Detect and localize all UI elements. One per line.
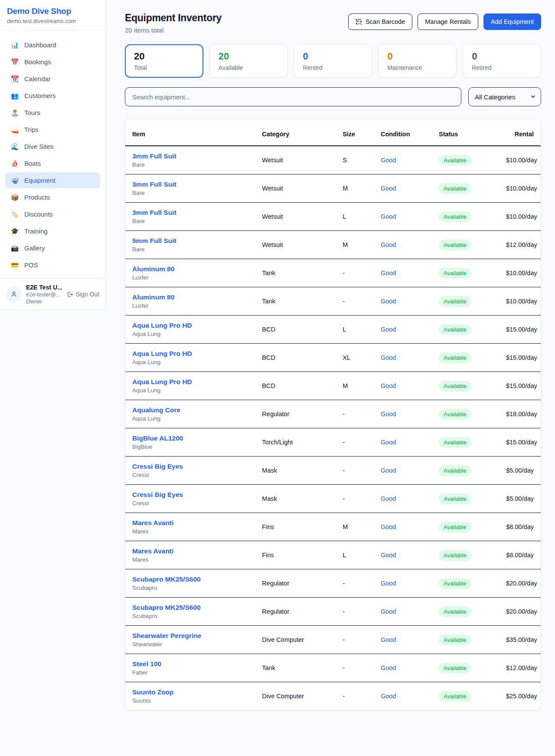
sidebar-item-customers[interactable]: 👥Customers	[5, 88, 100, 104]
item-link[interactable]: Shearwater Peregrine	[132, 632, 201, 640]
sidebar-item-dashboard[interactable]: 📊Dashboard	[5, 37, 100, 53]
sidebar-item-boats[interactable]: ⛵Boats	[5, 155, 100, 171]
item-link[interactable]: Cressi Big Eyes	[132, 463, 183, 470]
cell-status: Available	[432, 485, 499, 513]
item-link[interactable]: Aqua Lung Pro HD	[132, 322, 192, 329]
sign-out-label: Sign Out	[76, 291, 99, 298]
cell-item: 3mm Full SuitBare	[125, 174, 255, 203]
item-link[interactable]: 3mm Full Suit	[132, 209, 176, 217]
condition-link[interactable]: Good	[381, 354, 396, 361]
cell-condition: Good	[374, 654, 432, 682]
item-link[interactable]: Suunto Zoop	[132, 688, 174, 696]
sidebar-item-tours[interactable]: 🏝️Tours	[5, 105, 100, 121]
table-row: Cressi Big EyesCressiMask-GoodAvailable$…	[125, 485, 541, 513]
cell-item: Shearwater PeregrineShearwater	[125, 626, 255, 654]
item-link[interactable]: Aqualung Core	[132, 406, 180, 414]
condition-link[interactable]: Good	[381, 608, 396, 615]
cell-item: 3mm Full SuitBare	[125, 146, 255, 174]
cell-condition: Good	[374, 344, 432, 372]
category-select[interactable]: All Categories	[468, 87, 541, 106]
item-link[interactable]: Steel 100	[132, 660, 161, 668]
stat-card-maintenance[interactable]: 0Maintenance	[378, 44, 457, 78]
cell-size: -	[336, 598, 374, 626]
item-link[interactable]: Mares Avanti	[132, 519, 173, 527]
condition-link[interactable]: Good	[381, 298, 396, 305]
cell-item: Aluminum 80Luxfer	[125, 259, 255, 287]
cell-item: Aluminum 80Luxfer	[125, 287, 255, 316]
sidebar-item-calendar[interactable]: 📆Calendar	[5, 71, 100, 87]
sidebar-item-dive-sites[interactable]: 🌊Dive Sites	[5, 138, 100, 154]
sidebar-item-bookings[interactable]: 📅Bookings	[5, 54, 100, 70]
condition-link[interactable]: Good	[381, 552, 396, 559]
sidebar-item-label: Dashboard	[24, 41, 56, 49]
condition-link[interactable]: Good	[381, 185, 396, 192]
condition-link[interactable]: Good	[381, 213, 396, 220]
manage-rentals-button[interactable]: Manage Rentals	[418, 13, 478, 30]
cell-item: Mares AvantiMares	[125, 541, 255, 569]
item-link[interactable]: 5mm Full Suit	[132, 237, 176, 245]
item-link[interactable]: Mares Avanti	[132, 547, 173, 555]
scan-barcode-button[interactable]: Scan Barcode	[348, 13, 412, 30]
items-count: 20 items total	[125, 26, 222, 34]
sidebar-item-products[interactable]: 📦Products	[5, 189, 100, 205]
condition-link[interactable]: Good	[381, 580, 396, 587]
item-link[interactable]: Aqua Lung Pro HD	[132, 350, 192, 358]
cell-category: Tank	[255, 654, 336, 682]
cell-rental: $8.00/day	[499, 513, 541, 541]
item-link[interactable]: Aluminum 80	[132, 265, 174, 273]
item-link[interactable]: 3mm Full Suit	[132, 181, 176, 188]
add-equipment-button[interactable]: Add Equipment	[483, 13, 541, 30]
item-link[interactable]: 3mm Full Suit	[132, 152, 176, 160]
sidebar-item-trips[interactable]: 🚤Trips	[5, 122, 100, 138]
brand-name[interactable]: Demo Dive Shop	[7, 7, 98, 16]
status-badge: Available	[439, 578, 471, 589]
table-row: Cressi Big EyesCressiMask-GoodAvailable$…	[125, 457, 541, 485]
item-link[interactable]: Cressi Big Eyes	[132, 491, 183, 499]
cell-rental: $35.00/day	[499, 626, 541, 654]
item-link[interactable]: Aluminum 80	[132, 293, 174, 301]
condition-link[interactable]: Good	[381, 664, 396, 671]
cell-category: Mask	[255, 457, 336, 485]
item-link[interactable]: BigBlue AL1200	[132, 434, 183, 442]
stat-card-available[interactable]: 20Available	[209, 44, 288, 78]
sidebar-item-discounts[interactable]: 🏷️Discounts	[5, 206, 100, 222]
cell-status: Available	[432, 146, 499, 174]
cell-status: Available	[432, 598, 499, 626]
search-input[interactable]	[125, 87, 461, 106]
sidebar-item-gallery[interactable]: 📸Gallery	[5, 240, 100, 256]
condition-link[interactable]: Good	[381, 693, 396, 700]
condition-link[interactable]: Good	[381, 411, 396, 417]
item-link[interactable]: Scubapro MK25/S600	[132, 575, 201, 583]
stat-card-rented[interactable]: 0Rented	[294, 44, 372, 78]
condition-link[interactable]: Good	[381, 523, 396, 530]
condition-link[interactable]: Good	[381, 636, 396, 643]
condition-link[interactable]: Good	[381, 382, 396, 389]
sign-out-button[interactable]: Sign Out	[67, 291, 99, 298]
condition-link[interactable]: Good	[381, 495, 396, 502]
stat-label: Maintenance	[387, 64, 447, 71]
cell-rental: $12.00/day	[499, 654, 541, 682]
stat-card-total[interactable]: 20Total	[125, 44, 203, 78]
sidebar-item-equipment[interactable]: 🤿Equipment	[5, 172, 100, 188]
sidebar-item-training[interactable]: 🎓Training	[5, 223, 100, 239]
condition-link[interactable]: Good	[381, 241, 396, 248]
table-row: Scubapro MK25/S600ScubaproRegulator-Good…	[125, 569, 541, 598]
item-link[interactable]: Scubapro MK25/S600	[132, 604, 201, 611]
cell-status: Available	[432, 287, 499, 316]
condition-link[interactable]: Good	[381, 326, 396, 333]
sidebar-item-label: Calendar	[24, 75, 51, 82]
cell-item: Mares AvantiMares	[125, 513, 255, 541]
table-row: Mares AvantiMaresFinsMGoodAvailable$8.00…	[125, 513, 541, 541]
item-link[interactable]: Aqua Lung Pro HD	[132, 378, 192, 386]
stat-card-retired[interactable]: 0Retired	[463, 44, 541, 78]
cell-category: Torch/Light	[255, 428, 336, 457]
condition-link[interactable]: Good	[381, 439, 396, 446]
condition-link[interactable]: Good	[381, 157, 396, 164]
condition-link[interactable]: Good	[381, 467, 396, 474]
cell-category: Tank	[255, 287, 336, 316]
table-row: Mares AvantiMaresFinsLGoodAvailable$8.00…	[125, 541, 541, 569]
sidebar-item-pos[interactable]: 💳POS	[5, 257, 100, 273]
cell-size: S	[336, 146, 374, 174]
condition-link[interactable]: Good	[381, 270, 396, 276]
sidebar-item-label: Equipment	[24, 177, 56, 184]
